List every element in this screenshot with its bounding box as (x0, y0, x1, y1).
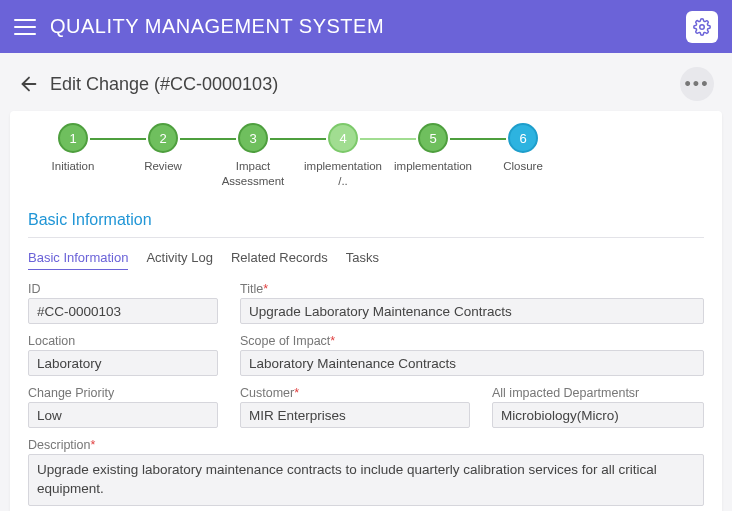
step-label: Closure (503, 159, 543, 174)
app-header: QUALITY MANAGEMENT SYSTEM (0, 0, 732, 53)
tab-basic-information[interactable]: Basic Information (28, 250, 128, 270)
step-circle: 2 (148, 123, 178, 153)
step-circle: 4 (328, 123, 358, 153)
back-button[interactable] (18, 73, 40, 95)
section-divider (28, 237, 704, 238)
step-connector (450, 138, 506, 140)
header-left: QUALITY MANAGEMENT SYSTEM (14, 15, 384, 38)
field-priority: Change Priority Low (28, 386, 218, 428)
workflow-stepper: 1 Initiation 2 Review 3 Impact Assessmen… (10, 111, 722, 207)
step-connector (90, 138, 146, 140)
step-circle: 5 (418, 123, 448, 153)
step-label: Impact Assessment (208, 159, 298, 189)
step-label: implementation /.. (298, 159, 388, 189)
step-label: Review (144, 159, 182, 174)
step-connector (180, 138, 236, 140)
field-departments: All impacted Departmentsr Microbiology(M… (492, 386, 704, 428)
step-implementation-2[interactable]: 5 implementation (388, 123, 478, 174)
form-row: Description* Upgrade existing laboratory… (28, 438, 704, 506)
field-title: Title* Upgrade Laboratory Maintenance Co… (240, 282, 704, 324)
field-label: All impacted Departmentsr (492, 386, 704, 400)
field-id: ID #CC-0000103 (28, 282, 218, 324)
field-scope: Scope of Impact* Laboratory Maintenance … (240, 334, 704, 376)
scope-input[interactable]: Laboratory Maintenance Contracts (240, 350, 704, 376)
section-tabs: Basic Information Activity Log Related R… (10, 242, 722, 276)
app-title: QUALITY MANAGEMENT SYSTEM (50, 15, 384, 38)
more-actions-button[interactable]: ••• (680, 67, 714, 101)
settings-button[interactable] (686, 11, 718, 43)
field-label: Title* (240, 282, 704, 296)
form-area: ID #CC-0000103 Title* Upgrade Laboratory… (10, 276, 722, 506)
field-label: Change Priority (28, 386, 218, 400)
field-label: ID (28, 282, 218, 296)
tab-related-records[interactable]: Related Records (231, 250, 328, 270)
step-circle: 3 (238, 123, 268, 153)
field-label: Description* (28, 438, 704, 452)
customer-input[interactable]: MIR Enterprises (240, 402, 470, 428)
location-input[interactable]: Laboratory (28, 350, 218, 376)
form-row: Change Priority Low Customer* MIR Enterp… (28, 386, 704, 428)
section-title: Basic Information (10, 207, 722, 237)
step-label: implementation (394, 159, 472, 174)
more-icon: ••• (685, 74, 710, 95)
step-connector (360, 138, 416, 140)
tab-activity-log[interactable]: Activity Log (146, 250, 212, 270)
field-label: Scope of Impact* (240, 334, 704, 348)
tab-tasks[interactable]: Tasks (346, 250, 379, 270)
gear-icon (693, 18, 711, 36)
form-row: Location Laboratory Scope of Impact* Lab… (28, 334, 704, 376)
departments-input[interactable]: Microbiology(Micro) (492, 402, 704, 428)
step-label: Initiation (52, 159, 95, 174)
priority-input[interactable]: Low (28, 402, 218, 428)
step-connector (270, 138, 326, 140)
menu-icon[interactable] (14, 19, 36, 35)
arrow-left-icon (18, 73, 40, 95)
step-circle: 1 (58, 123, 88, 153)
form-row: ID #CC-0000103 Title* Upgrade Laboratory… (28, 282, 704, 324)
step-implementation-1[interactable]: 4 implementation /.. (298, 123, 388, 189)
step-initiation[interactable]: 1 Initiation (28, 123, 118, 174)
field-label: Location (28, 334, 218, 348)
page-title: Edit Change (#CC-0000103) (50, 74, 278, 95)
page-header-left: Edit Change (#CC-0000103) (18, 73, 278, 95)
field-location: Location Laboratory (28, 334, 218, 376)
step-circle: 6 (508, 123, 538, 153)
title-input[interactable]: Upgrade Laboratory Maintenance Contracts (240, 298, 704, 324)
field-description: Description* Upgrade existing laboratory… (28, 438, 704, 506)
description-input[interactable]: Upgrade existing laboratory maintenance … (28, 454, 704, 506)
step-impact-assessment[interactable]: 3 Impact Assessment (208, 123, 298, 189)
main-card: 1 Initiation 2 Review 3 Impact Assessmen… (10, 111, 722, 511)
step-review[interactable]: 2 Review (118, 123, 208, 174)
step-closure[interactable]: 6 Closure (478, 123, 568, 174)
page-header: Edit Change (#CC-0000103) ••• (0, 53, 732, 111)
svg-point-0 (700, 24, 705, 29)
id-input[interactable]: #CC-0000103 (28, 298, 218, 324)
field-label: Customer* (240, 386, 470, 400)
field-customer: Customer* MIR Enterprises (240, 386, 470, 428)
